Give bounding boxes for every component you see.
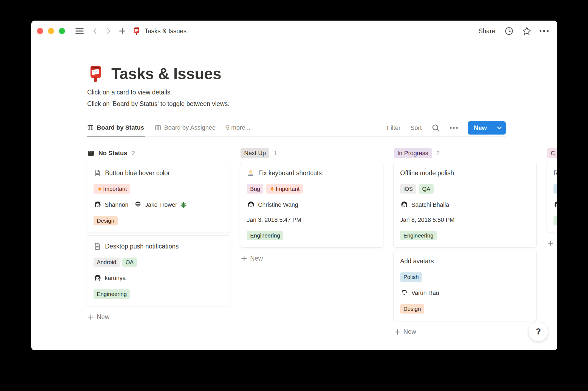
column-cards: Offline mode polishiOSQASaatchi BhallaJa…	[393, 162, 537, 321]
column-cards: RPE	[547, 162, 557, 233]
share-button[interactable]: Share	[479, 27, 495, 35]
column-header-no-status[interactable]: No Status2	[87, 148, 230, 159]
add-card-button-next-up[interactable]: New	[241, 255, 383, 262]
help-button-label: ?	[536, 327, 541, 337]
card-title-row: Desktop push notifications	[94, 242, 223, 250]
tag-label: E	[557, 217, 557, 224]
card-tags-row: Design	[94, 216, 223, 225]
tab-board-by-assignee[interactable]: Board by Assignee	[154, 119, 216, 136]
new-button[interactable]: New	[468, 121, 506, 135]
card[interactable]: Add avatarsPolishVarun RauDesign	[393, 250, 537, 321]
tab-5-more-[interactable]: 5 more...	[225, 119, 251, 136]
mailbox-page-icon[interactable]	[87, 65, 104, 82]
person	[553, 201, 557, 209]
filter-button[interactable]: Filter	[387, 124, 400, 132]
tag-p: P	[553, 184, 557, 194]
card-tags-row: iOSQA	[400, 184, 530, 194]
card-people-row: Christine Wang	[247, 201, 377, 209]
add-card-label: New	[97, 313, 109, 321]
column-cards: Button blue hover colorImportantShannonJ…	[87, 162, 230, 306]
tag-label: Android	[97, 259, 116, 266]
add-card-button-clipped-column[interactable]	[547, 240, 557, 247]
tag-polish: Polish	[400, 272, 422, 282]
card-title-row: Button blue hover color	[94, 169, 223, 177]
plus-icon	[547, 240, 554, 247]
tab-label: 5 more...	[226, 124, 250, 131]
add-card-button-in-progress[interactable]: New	[394, 328, 537, 336]
avatar	[247, 201, 255, 209]
card[interactable]: Offline mode polishiOSQASaatchi BhallaJa…	[393, 162, 537, 248]
breadcrumb[interactable]: Tasks & Issues	[132, 27, 186, 35]
card-date: Jan 8, 2018 5:50 PM	[400, 216, 530, 224]
breadcrumb-title: Tasks & Issues	[145, 27, 186, 35]
card-people-row	[553, 201, 557, 209]
ellipsis-icon[interactable]	[539, 30, 549, 32]
zoom-button[interactable]	[59, 28, 65, 34]
card[interactable]: Button blue hover colorImportantShannonJ…	[87, 162, 230, 233]
tag-label: P	[557, 186, 557, 192]
column-header-next-up[interactable]: Next Up1	[241, 148, 383, 159]
page-title: Tasks & Issues	[111, 65, 221, 83]
column-title: In Progress	[394, 148, 432, 158]
card-tags-row: Engineering	[400, 231, 530, 240]
minimize-button[interactable]	[48, 28, 54, 34]
board-view-icon	[155, 124, 161, 131]
person-name: Jake Trower	[145, 202, 177, 208]
card-title-row: Fix keyboard shortcuts	[247, 169, 377, 177]
person-name: karunya	[105, 275, 126, 282]
card[interactable]: RPE	[547, 162, 557, 233]
tag-label: Engineering	[97, 291, 127, 297]
tag-label: QA	[422, 186, 430, 192]
tag-label: Engineering	[250, 232, 280, 239]
person: Varun Rau	[400, 289, 439, 297]
chevron-down-icon[interactable]	[493, 121, 506, 135]
card[interactable]: Fix keyboard shortcutsBugImportantChrist…	[240, 162, 383, 248]
column-header-in-progress[interactable]: In Progress2	[394, 148, 537, 159]
fire-icon	[97, 186, 103, 192]
ellipsis-icon[interactable]	[450, 127, 458, 129]
mailbox-icon	[132, 27, 141, 35]
plus-icon	[394, 329, 401, 335]
help-button[interactable]: ?	[528, 322, 548, 342]
column-header-clipped-column[interactable]: C	[547, 148, 557, 159]
plus-icon	[241, 255, 247, 262]
card[interactable]: Desktop push notificationsAndroidQAkarun…	[87, 235, 230, 306]
card-date: Jan 3, 2018 5:47 PM	[247, 216, 377, 224]
clock-icon[interactable]	[505, 27, 513, 35]
beetle-icon	[180, 202, 187, 208]
add-card-button-no-status[interactable]: New	[87, 313, 230, 321]
card-tags-row: Engineering	[247, 231, 377, 240]
star-icon[interactable]	[522, 26, 532, 36]
close-button[interactable]	[37, 28, 43, 34]
tag-label: Design	[97, 217, 114, 224]
person: Jake Trower	[134, 201, 187, 209]
fire-icon	[269, 186, 275, 192]
chevron-right-icon[interactable]	[106, 27, 112, 35]
plus-icon[interactable]	[119, 27, 126, 35]
tag-label: Important	[103, 186, 127, 192]
avatar	[134, 201, 142, 209]
page-description: Click on a card to view details. Click o…	[87, 86, 557, 110]
page-header: Tasks & Issues	[87, 65, 557, 83]
board-column-next-up: Next Up1Fix keyboard shortcutsBugImporta…	[240, 148, 383, 262]
board-column-in-progress: In Progress2Offline mode polishiOSQASaat…	[393, 148, 537, 336]
card-title: Desktop push notifications	[105, 243, 179, 250]
card-title-row: Offline mode polish	[400, 169, 530, 177]
tag-qa: QA	[122, 258, 137, 267]
new-button-label[interactable]: New	[468, 121, 493, 135]
board-column-clipped-column: CRPE	[547, 148, 557, 247]
tag-engineering: Engineering	[94, 289, 130, 299]
window-controls	[37, 28, 65, 34]
chevron-left-icon[interactable]	[92, 27, 98, 35]
tab-board-by-status[interactable]: Board by Status	[87, 119, 145, 136]
hamburger-menu-icon[interactable]	[75, 28, 84, 34]
tag-label: Polish	[403, 274, 419, 280]
column-cards: Fix keyboard shortcutsBugImportantChrist…	[240, 162, 383, 248]
tag-design: Design	[94, 216, 118, 225]
person: Shannon	[94, 201, 128, 209]
sort-button[interactable]: Sort	[410, 124, 422, 132]
search-icon[interactable]	[432, 124, 440, 132]
add-card-label: New	[403, 328, 416, 336]
card-people-row: karunya	[94, 274, 223, 282]
tag-label: Bug	[250, 186, 260, 192]
